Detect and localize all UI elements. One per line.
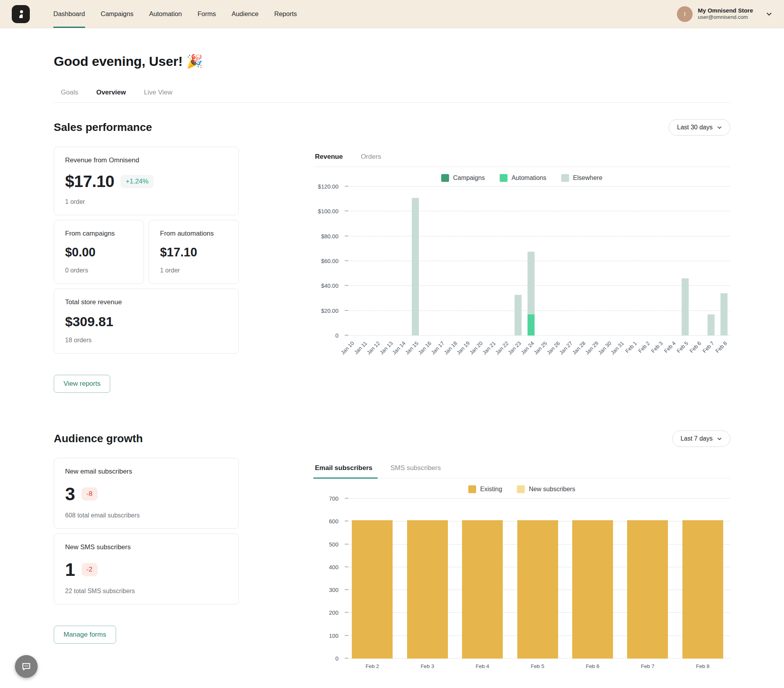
y-axis: 0$20.00$40.00$60.00$80.00$100.00$120.00 [313,187,345,336]
from-automations-card: From automations $17.10 1 order [149,220,239,284]
nav-forms[interactable]: Forms [198,0,216,28]
bar-jan-14 [399,187,406,336]
tab-overview[interactable]: Overview [96,89,126,96]
bar-jan-11 [360,187,367,336]
y-tick-label: $20.00 [321,308,338,314]
y-tick-label: 100 [329,633,338,639]
legend-label: Automations [511,174,546,182]
nav-campaigns[interactable]: Campaigns [101,0,133,28]
y-tick-label: $40.00 [321,283,338,289]
bar-feb-6 [695,187,702,336]
y-tick-label: $120.00 [318,183,338,190]
nav-automation[interactable]: Automation [149,0,182,28]
nav-audience[interactable]: Audience [231,0,258,28]
x-tick-label: Jan 31 [610,340,625,356]
bar-jan-20 [476,187,483,336]
x-tick-label: Feb 5 [531,663,544,669]
y-tick-label: 600 [329,518,338,525]
x-tick-label: Feb 3 [420,663,434,669]
greeting-text: Good evening, User! [54,54,183,69]
bar-feb-3 [656,187,663,336]
y-tick-label: $100.00 [318,208,338,214]
legend-swatch [441,174,449,182]
account-menu[interactable]: I My Omnisend Store user@omnisend.com [677,0,772,28]
audience-growth-section: Audience growth Last 7 days New email su… [54,430,730,677]
y-tick-label: 500 [329,541,338,548]
new-email-subscribers-card: New email subscribers 3 -8 608 total ema… [54,458,239,529]
bar-segment [682,278,689,336]
new-sms-subscribers-card: New SMS subscribers 1 -2 22 total SMS su… [54,534,239,604]
revenue-chart: CampaignsAutomationsElsewhere 0$20.00$40… [313,174,730,336]
greeting: Good evening, User! 🎉 [54,53,730,69]
card-sub: 0 orders [65,267,133,274]
bar-segment [462,520,503,659]
x-tick-label: Jan 30 [597,340,612,356]
y-tick-label: 300 [329,587,338,593]
card-sub: 1 order [160,267,227,274]
x-tick-label: Jan 18 [443,340,458,356]
bar-segment [627,520,668,659]
omnisend-logo-icon[interactable] [12,5,30,23]
sales-title: Sales performance [54,121,152,134]
audience-body: New email subscribers 3 -8 608 total ema… [54,458,730,677]
y-tick-label: $60.00 [321,258,338,264]
tab-goals[interactable]: Goals [61,89,78,96]
x-tick-label: Jan 29 [584,340,599,356]
nav-dashboard[interactable]: Dashboard [53,0,85,28]
subscribers-chart-tabs: Email subscribers SMS subscribers [313,464,730,478]
view-tabs: Goals Overview Live View [54,89,730,103]
tab-live-view[interactable]: Live View [144,89,172,96]
tab-email-subscribers[interactable]: Email subscribers [315,464,372,472]
manage-forms-button[interactable]: Manage forms [54,626,116,644]
sales-range-dropdown[interactable]: Last 30 days [669,119,730,136]
x-tick-label: Jan 21 [481,340,497,356]
bar-jan-25 [540,187,548,336]
bar-segment [412,198,419,336]
x-tick-label: Jan 17 [430,340,445,356]
subscribers-chart-legend: ExistingNew subscribers [313,485,730,493]
card-sub: 22 total SMS subscribers [65,588,227,595]
legend-item: Elsewhere [561,174,602,182]
sales-range-label: Last 30 days [677,124,713,131]
bar-segment [352,520,393,659]
tab-revenue[interactable]: Revenue [315,153,343,161]
legend-label: Existing [480,486,502,493]
legend-item: Campaigns [441,174,485,182]
bar-segment [515,295,522,336]
from-campaigns-card: From campaigns $0.00 0 orders [54,220,144,284]
plot-area: Feb 2Feb 3Feb 4Feb 5Feb 6Feb 7Feb 8 [345,499,730,659]
audience-cards: New email subscribers 3 -8 608 total ema… [54,458,239,677]
card-label: From automations [160,230,227,238]
account-email: user@omnisend.com [698,14,753,21]
chat-widget-button[interactable] [15,655,38,678]
bar-segment [720,293,728,336]
email-subscribers-change-badge: -8 [82,487,98,501]
view-reports-button[interactable]: View reports [54,375,110,393]
x-tick-label: Feb 8 [714,340,728,354]
chat-bubble-icon [20,661,32,672]
card-label: New SMS subscribers [65,543,227,551]
x-tick-label: Feb 3 [650,340,664,354]
x-tick-label: Jan 14 [391,340,407,356]
page: Dashboard Campaigns Automation Forms Aud… [0,0,784,688]
x-tick-label: Jan 11 [353,340,368,356]
store-name: My Omnisend Store [698,7,753,15]
x-tick-label: Jan 10 [340,340,355,356]
bar-feb-5 [517,499,558,659]
tab-sms-subscribers[interactable]: SMS subscribers [390,464,440,472]
audience-range-dropdown[interactable]: Last 7 days [672,430,730,447]
y-tick-label: 0 [335,332,338,339]
bar-segment [528,252,535,314]
bar-jan-13 [386,187,393,336]
sms-subscribers-change-badge: -2 [82,563,98,576]
x-tick-label: Feb 4 [663,340,677,354]
bar-segment [407,520,448,659]
legend-label: New subscribers [529,486,575,493]
tab-orders[interactable]: Orders [361,153,381,161]
bar-feb-7 [708,187,715,336]
bar-feb-5 [682,187,689,336]
y-tick-label: 700 [329,496,338,502]
nav-reports[interactable]: Reports [274,0,297,28]
legend-swatch [517,485,525,493]
bar-jan-30 [605,187,612,336]
